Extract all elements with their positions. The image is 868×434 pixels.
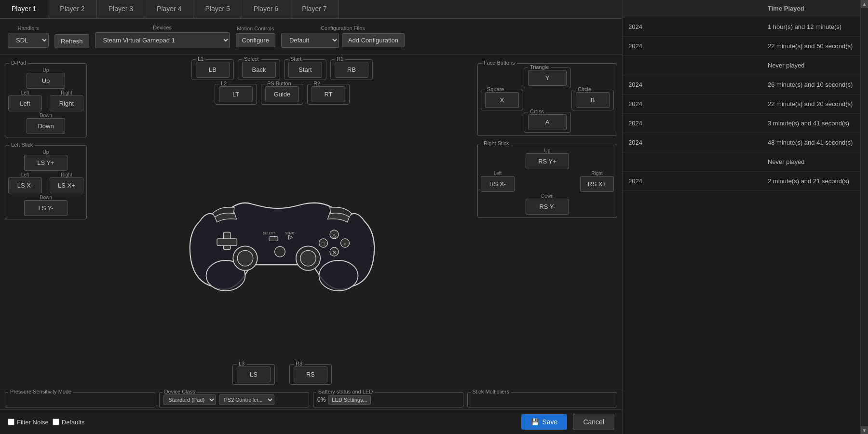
list-item: 2024 26 minute(s) and 10 second(s): [623, 75, 868, 95]
dpad-down-button[interactable]: Down: [27, 118, 65, 134]
battery-title: Battery status and LED: [316, 389, 375, 394]
game-list-header: Time Played: [623, 0, 868, 17]
tab-player2[interactable]: Player 2: [48, 0, 96, 18]
filter-noise-checkbox[interactable]: [8, 419, 14, 425]
rs-right-label: Right: [580, 171, 614, 176]
r1-group: R1 RB: [330, 59, 373, 80]
right-stick-title: Right Stick: [482, 140, 511, 146]
l1-group: L1 LB: [191, 59, 234, 80]
rs-down-label: Down: [481, 193, 614, 199]
game-time-5: 22 minute(s) and 20 second(s): [762, 98, 868, 109]
ps-button[interactable]: Guide: [265, 86, 299, 102]
tab-player4[interactable]: Player 4: [145, 0, 193, 18]
dpad-left-label: Left: [8, 90, 42, 95]
r1-button[interactable]: RB: [335, 62, 368, 78]
triangle-title: Triangle: [528, 64, 551, 70]
select-button[interactable]: Back: [242, 62, 276, 78]
pressure-section: Pressure Sensitivity Mode: [5, 392, 155, 407]
list-item: Never played: [623, 152, 868, 172]
r2-group: R2 RT: [307, 84, 350, 105]
save-icon: 💾: [531, 418, 539, 426]
circle-button[interactable]: B: [576, 92, 610, 108]
ls-right-label: Right: [50, 172, 83, 177]
square-button[interactable]: X: [485, 92, 519, 108]
refresh-button[interactable]: Refresh: [54, 34, 89, 48]
center-column: L1 LB Select Back Start Start: [92, 59, 473, 385]
player-tabs: Player 1 Player 2 Player 3 Player 4 Play…: [0, 0, 622, 19]
game-time-7: 48 minute(s) and 41 second(s): [762, 137, 868, 148]
svg-point-18: [275, 246, 285, 257]
right-stick-group: Right Stick Up RS Y+ Left RS X- Right RS…: [477, 144, 617, 218]
defaults-checkbox[interactable]: [53, 419, 59, 425]
game-time-4: 26 minute(s) and 10 second(s): [762, 79, 868, 90]
game-date-2: 2024: [623, 41, 762, 52]
ls-up-button[interactable]: LS Y+: [24, 155, 68, 171]
tab-player7[interactable]: Player 7: [290, 0, 339, 18]
bottom-sections: Pressure Sensitivity Mode Device Class S…: [0, 390, 622, 409]
stick-multipliers-section: Stick Multipliers: [467, 392, 618, 407]
led-settings-button[interactable]: LED Settings...: [328, 395, 370, 405]
list-item: 2024 22 minute(s) and 20 second(s): [623, 95, 868, 114]
save-button[interactable]: 💾 Save: [521, 414, 567, 430]
cancel-button[interactable]: Cancel: [573, 414, 614, 430]
dpad-up-button[interactable]: Up: [27, 73, 65, 89]
triangle-button[interactable]: Y: [528, 70, 567, 86]
ls-down-button[interactable]: LS Y-: [24, 200, 68, 216]
l2-button[interactable]: LT: [219, 86, 253, 102]
tab-player3[interactable]: Player 3: [97, 0, 145, 18]
filter-noise-label[interactable]: Filter Noise: [8, 419, 49, 426]
dpad-right-button[interactable]: Right: [50, 95, 83, 111]
scroll-up-button[interactable]: ▲: [861, 0, 868, 8]
game-time-2: 22 minute(s) and 50 second(s): [762, 41, 868, 52]
tab-player5[interactable]: Player 5: [193, 0, 242, 18]
left-column: D-Pad Up Up Left Left Right Right: [5, 59, 87, 385]
defaults-label[interactable]: Defaults: [53, 419, 85, 426]
r2-button[interactable]: RT: [312, 86, 345, 102]
start-title: Start: [288, 56, 303, 62]
device-select[interactable]: Steam Virtual Gamepad 1 None: [95, 32, 230, 48]
rs-left-button[interactable]: RS X-: [481, 176, 515, 192]
configure-motion-button[interactable]: Configure: [236, 33, 275, 47]
add-config-button[interactable]: Add Configuration: [342, 33, 405, 47]
svg-text:START: START: [285, 231, 295, 235]
r3-button[interactable]: RS: [294, 366, 327, 382]
checkbox-area: Filter Noise Defaults: [8, 419, 84, 426]
tab-player6[interactable]: Player 6: [242, 0, 290, 18]
scroll-down-button[interactable]: ▼: [861, 426, 868, 434]
rs-down-button[interactable]: RS Y-: [526, 199, 569, 215]
battery-section: Battery status and LED 0% LED Settings..…: [313, 392, 463, 407]
cancel-label: Cancel: [583, 418, 604, 426]
l1-button[interactable]: LB: [196, 62, 230, 78]
game-date-8: [623, 160, 762, 164]
l3-button[interactable]: LS: [237, 366, 271, 382]
ps2-controller-select[interactable]: PS2 Controller...: [219, 394, 274, 405]
svg-text:△: △: [332, 232, 336, 238]
device-class-section: Device Class Standard (Pad) PS2 Controll…: [159, 392, 310, 407]
handler-group: Handlers SDL XInput DInput: [8, 25, 49, 48]
right-panel: ▲ ▼ Time Played 2024 1 hour(s) and 12 mi…: [622, 0, 868, 434]
select-group: Select Back: [238, 59, 280, 80]
config-select[interactable]: Default: [281, 33, 339, 48]
controls-row: Handlers SDL XInput DInput Refresh Devic…: [0, 19, 622, 54]
game-date-3: [623, 64, 762, 68]
rs-right-button[interactable]: RS X+: [580, 176, 614, 192]
device-class-select[interactable]: Standard (Pad): [163, 394, 216, 405]
right-column: Face Buttons Triangle Y Square X Circle: [477, 59, 617, 385]
start-button[interactable]: Start: [288, 62, 322, 78]
col-header-date: [623, 3, 762, 14]
game-date-7: 2024: [623, 137, 762, 148]
dpad-left-button[interactable]: Left: [8, 95, 42, 111]
ls-right-button[interactable]: LS X+: [50, 177, 83, 193]
stick-multipliers-title: Stick Multipliers: [471, 389, 511, 394]
cross-button[interactable]: A: [528, 114, 567, 130]
ls-left-button[interactable]: LS X-: [8, 177, 42, 193]
l3-title: L3: [237, 361, 246, 366]
ls-up-label: Up: [8, 149, 83, 155]
controller-image-area: △ □ ○ ✕: [92, 108, 473, 360]
svg-text:SELECT: SELECT: [263, 231, 275, 235]
tab-player1[interactable]: Player 1: [0, 0, 48, 18]
face-buttons-title: Face Buttons: [482, 60, 517, 66]
rs-up-button[interactable]: RS Y+: [526, 153, 569, 169]
handler-select[interactable]: SDL XInput DInput: [8, 33, 49, 48]
r1-title: R1: [335, 56, 345, 62]
